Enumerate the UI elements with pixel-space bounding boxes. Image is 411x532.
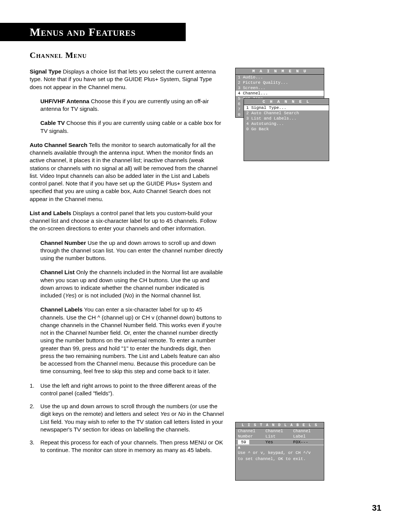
osd-channel-menu: C H A N N E L 1 Signal Type... 2 Auto Ch… [244,98,329,161]
body-column: Signal Type Displays a choice list that … [30,68,224,460]
osd-main-item: 2 Picture Quality... [236,80,324,85]
osd-main-item: 1 Audio... [236,75,324,80]
osd-ll-subheader: Number List Label [236,434,324,439]
para-ll: List and Labels Displays a control panel… [30,209,224,233]
osd-ll-help1: Use ^ or v, keypad, or CH ^/v [236,450,324,456]
osd-channel-item: 2 Auto Channel Search [244,110,329,116]
osd-ll-values: 59 Yes FOX--- [236,439,324,445]
osd-main-title: M A I N M E N U [236,68,324,75]
para-cl: Channel List Only the channels included … [40,268,224,299]
osd-ll-header: Channel Channel Channel [236,428,324,434]
osd-ll-help2: to set channel, OK to exit. [236,456,324,462]
ordered-steps: 1. Use the left and right arrows to poin… [30,382,224,454]
para-cable: Cable TV Choose this if you are currentl… [40,119,224,135]
para-uhf: UHF/VHF Antenna Choose this if you are c… [40,97,224,113]
osd-channel-title: C H A N N E L [244,99,329,105]
banner-title: Menus and Features [30,26,136,38]
osd-channel-item: 3 List and Labels... [244,116,329,121]
osd-channel-item-selected: 1 Signal Type... [244,105,329,110]
osd-ll-title: L I S T A N D L A B E L S [236,422,324,428]
para-acs: Auto Channel Search Tells the monitor to… [30,141,224,203]
para-clab: Channel Labels You can enter a six-chara… [40,306,224,375]
step-2: 2. Use the up and down arrows to scroll … [30,403,224,433]
para-cn: Channel Number Use the up and down arrow… [40,239,224,262]
banner: Menus and Features [0,23,186,41]
osd-list-labels: L I S T A N D L A B E L S Channel Channe… [235,422,324,481]
osd-main-item-selected: 4 Channel... [236,91,324,96]
step-3: 3. Repeat this process for each of your … [30,439,224,454]
osd-channel-item: 0 Go Back [244,126,329,132]
up-arrow-icon: ▲ [236,445,324,450]
osd-channel-item: 4 Autotuning... [244,121,329,126]
osd-main-item: 3 Screen... [236,85,324,91]
section-title: Channel Menu [30,50,87,60]
page-number: 31 [372,503,381,513]
para-signal-type: Signal Type Displays a choice list that … [30,68,224,91]
step-1: 1. Use the left and right arrows to poin… [30,382,224,398]
